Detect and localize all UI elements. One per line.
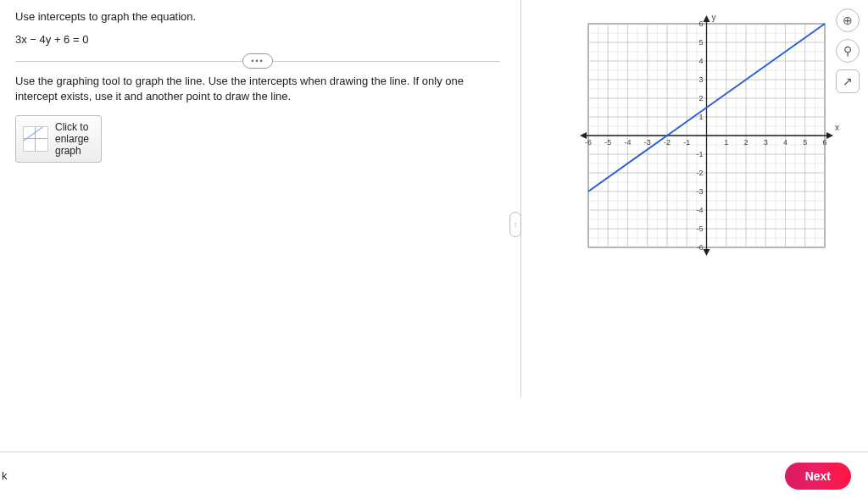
graph-instruction: Use the graphing tool to graph the line.… (15, 74, 500, 103)
svg-text:6: 6 (698, 19, 703, 28)
more-icon[interactable]: ••• (242, 53, 273, 69)
svg-text:5: 5 (803, 138, 807, 147)
svg-text:3: 3 (698, 75, 703, 84)
svg-marker-79 (826, 132, 833, 139)
svg-marker-81 (704, 15, 710, 22)
svg-text:x: x (835, 123, 839, 132)
question-equation: 3x − 4y + 6 = 0 (15, 33, 500, 46)
enlarge-graph-label: Click to enlarge graph (55, 121, 89, 157)
svg-text:-6: -6 (696, 243, 703, 252)
svg-text:-2: -2 (696, 169, 703, 177)
svg-text:-5: -5 (696, 225, 703, 233)
svg-text:6: 6 (822, 138, 826, 147)
svg-text:3: 3 (764, 138, 768, 147)
svg-text:-2: -2 (664, 138, 670, 147)
footer-left-fragment: k (2, 469, 8, 482)
footer-bar: k Next (0, 452, 868, 499)
svg-text:-4: -4 (624, 138, 631, 147)
svg-text:-5: -5 (604, 138, 611, 147)
svg-text:4: 4 (783, 138, 787, 147)
svg-text:-3: -3 (644, 138, 651, 147)
svg-text:-3: -3 (696, 187, 703, 196)
enlarge-graph-button[interactable]: Click to enlarge graph (15, 115, 102, 163)
svg-text:2: 2 (698, 94, 703, 103)
svg-text:4: 4 (698, 57, 703, 65)
next-button[interactable]: Next (785, 463, 851, 490)
svg-text:1: 1 (724, 138, 728, 147)
question-title: Use intercepts to graph the equation. (15, 10, 500, 23)
svg-text:1: 1 (698, 113, 703, 121)
svg-text:-1: -1 (696, 150, 703, 158)
coordinate-graph[interactable]: -6-5-4-3-2-1123456-6-5-4-3-2-1123456xy (573, 8, 840, 263)
svg-text:y: y (712, 13, 716, 22)
svg-text:-6: -6 (585, 138, 592, 147)
svg-text:-4: -4 (696, 206, 703, 214)
zoom-out-icon[interactable]: ⚲ (836, 39, 860, 63)
svg-marker-82 (704, 249, 710, 256)
popout-icon[interactable]: ↗ (836, 69, 860, 93)
svg-text:2: 2 (743, 138, 748, 147)
zoom-in-icon[interactable]: ⊕ (836, 8, 860, 32)
svg-text:5: 5 (698, 38, 703, 47)
svg-text:-1: -1 (683, 138, 690, 147)
graph-panel: -6-5-4-3-2-1123456-6-5-4-3-2-1123456xy ⊕… (515, 0, 868, 448)
question-panel: Use intercepts to graph the equation. 3x… (0, 0, 515, 448)
graph-thumb-icon (23, 126, 48, 152)
